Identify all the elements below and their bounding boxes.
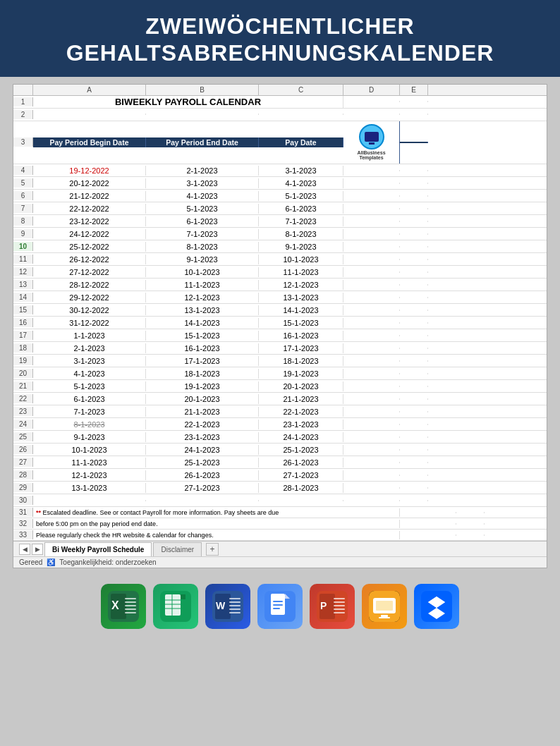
cell-a-12: 27-12-2022 [33, 267, 146, 277]
row-num-32: 32 [13, 519, 33, 528]
cell-e-21 [400, 386, 428, 387]
sheet-nav-left[interactable]: ◀ [19, 544, 30, 555]
cell-a-28: 12-1-2023 [33, 470, 146, 480]
cell-d-26 [343, 449, 400, 451]
svg-rect-30 [273, 608, 280, 609]
svg-rect-10 [165, 594, 181, 616]
data-row: 226-1-202320-1-202321-1-2023 [13, 393, 547, 405]
cell-d-11 [343, 259, 400, 260]
cell-d-22 [343, 398, 400, 400]
cell-c-10: 9-1-2023 [259, 242, 343, 252]
notes-31-e [456, 512, 485, 513]
header-title: ZWEIWÖCHENTLICHER GEHALTSABRECHNUNGSKALE… [14, 13, 546, 67]
cell-c-15: 14-1-2023 [259, 305, 343, 315]
row-num-22: 22 [13, 394, 33, 403]
row-num-10: 10 [13, 242, 33, 251]
cell-b-25: 23-1-2023 [146, 432, 259, 442]
cell-d-27 [343, 462, 400, 463]
sheet-nav-right[interactable]: ▶ [32, 544, 43, 555]
cell-d-13 [343, 284, 400, 286]
cell-e-28 [400, 475, 428, 476]
empty-b2 [146, 114, 259, 115]
data-row: 259-1-202323-1-202324-1-2023 [13, 431, 547, 444]
row-num-27: 27 [13, 458, 33, 467]
cell-a-18: 2-1-2023 [33, 343, 146, 353]
row-num-9: 9 [13, 229, 33, 238]
cell-a-15: 30-12-2022 [33, 305, 146, 315]
cell-e-7 [400, 208, 428, 209]
sheet-add-button[interactable]: + [206, 543, 219, 556]
cell-a-27: 11-1-2023 [33, 458, 146, 467]
excel-icon[interactable]: X [101, 584, 146, 629]
spreadsheet: A B C D E 1 BIWEEKLY PAYROLL CALENDAR 2 … [13, 84, 547, 568]
cell-e-17 [400, 335, 428, 336]
tab-disclaimer[interactable]: Disclaimer [153, 542, 202, 556]
cell-c-19: 18-1-2023 [259, 356, 343, 366]
cell-a-5: 20-12-2022 [33, 178, 146, 188]
cell-c-22: 21-1-2023 [259, 394, 343, 404]
cell-a-7: 22-12-2022 [33, 204, 146, 214]
sheets-icon[interactable] [153, 584, 198, 629]
row-num-26: 26 [13, 445, 33, 454]
row-num-18: 18 [13, 343, 33, 353]
row-num-2: 2 [13, 110, 33, 119]
powerpoint-icon[interactable]: P [310, 584, 355, 629]
word-icon[interactable]: W [205, 584, 250, 629]
cell-a-25: 9-1-2023 [33, 432, 146, 442]
data-row: 1328-12-202211-1-202312-1-2023 [13, 279, 547, 291]
svg-rect-23 [229, 609, 241, 610]
row-2: 2 [13, 109, 547, 121]
cell-a-23: 7-1-2023 [33, 407, 146, 417]
notes-33-e [456, 534, 485, 536]
data-row: 1631-12-202214-1-202315-1-2023 [13, 317, 547, 329]
empty-d1 [343, 101, 400, 102]
cell-a-6: 21-12-2022 [33, 191, 146, 201]
data-row: 248-1-202322-1-202323-1-2023 [13, 418, 547, 431]
header-e [400, 142, 428, 143]
notes-32-d [400, 523, 456, 525]
cell-c-21: 20-1-2023 [259, 381, 343, 391]
svg-rect-28 [273, 601, 283, 602]
word-svg: W [212, 591, 243, 622]
cell-b-4: 2-1-2023 [146, 166, 259, 176]
cell-a-16: 31-12-2022 [33, 318, 146, 328]
dropbox-icon[interactable] [414, 584, 459, 629]
cell-e-22 [400, 398, 428, 400]
col-header-e: E [400, 85, 428, 95]
docs-icon[interactable] [257, 584, 303, 629]
cell-c-9: 8-1-2023 [259, 229, 343, 239]
row-num-5: 5 [13, 178, 33, 188]
cell-c-16: 15-1-2023 [259, 318, 343, 328]
cell-a-24: 8-1-2023 [33, 420, 146, 429]
cell-d-23 [343, 411, 400, 412]
data-row: 1429-12-202212-1-202313-1-2023 [13, 291, 547, 304]
cell-a-11: 26-12-2022 [33, 255, 146, 264]
cell-b-21: 19-1-2023 [146, 381, 259, 391]
header-pay-date: Pay Date [259, 137, 343, 147]
cell-e-27 [400, 462, 428, 463]
cell-e-13 [400, 284, 428, 286]
slides-icon[interactable] [362, 584, 407, 629]
tab-biweekly-payroll[interactable]: Bi Weekly Payroll Schedule [44, 542, 152, 556]
svg-rect-44 [379, 617, 390, 618]
cell-c-5: 4-1-2023 [259, 178, 343, 188]
row-num-29: 29 [13, 483, 33, 492]
col-header-c: C [259, 85, 343, 95]
row-num-16: 16 [13, 318, 33, 327]
cell-a-17: 1-1-2023 [33, 331, 146, 341]
cell-b-12: 10-1-2023 [146, 267, 259, 277]
cell-d-5 [343, 183, 400, 184]
powerpoint-svg: P [317, 591, 348, 622]
cell-e-26 [400, 449, 428, 451]
cell-a-14: 29-12-2022 [33, 293, 146, 302]
header-begin-date: Pay Period Begin Date [33, 137, 146, 147]
cell-d-20 [343, 373, 400, 374]
excel-svg: X [108, 591, 139, 622]
cell-b-11: 9-1-2023 [146, 255, 259, 264]
data-row: 193-1-202317-1-202318-1-2023 [13, 355, 547, 367]
data-row: 2812-1-202326-1-202327-1-2023 [13, 469, 547, 482]
empty-e1 [400, 101, 428, 102]
empty-e2 [400, 114, 428, 115]
cell-d-21 [343, 386, 400, 387]
cell-e-4 [400, 170, 428, 171]
